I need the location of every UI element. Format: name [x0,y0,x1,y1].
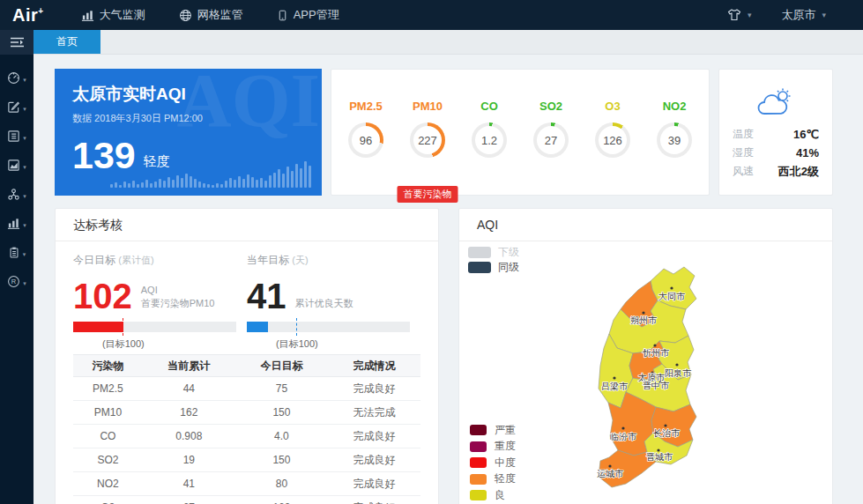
city-label: 阳泉市 [665,368,692,378]
year-goal-target: (目标100) [276,337,420,351]
province-map[interactable]: 大同市朔州市忻州市吕梁市太原市阳泉市晋中市临汾市长治市晋城市运城市 [573,264,707,500]
year-goal-progress [247,322,410,332]
chevron-down-icon: ▾ [23,77,26,84]
sidebar-item-list[interactable]: ▾ [0,123,33,152]
chevron-down-icon: ▾ [23,106,26,113]
assessment-card: 达标考核 今日目标 (累计值) 102 AQI首要污染物PM10 [55,208,439,504]
sidebar-item-registered[interactable]: R▾ [0,269,33,298]
list-icon [7,130,20,146]
pollutant-target-table: 污染物当前累计今日目标完成情况 PM2.54475完成良好PM10162150无… [73,354,420,504]
chevron-down-icon: ▾ [23,222,26,229]
city-dot [608,464,611,467]
chevron-down-icon: ▾ [23,193,26,200]
sidebar-item-clipboard[interactable]: ▾ [0,240,33,269]
aqi-color-legend: 严重重度中度轻度良优 [470,422,516,504]
gauge-PM2.5: PM2.596 [339,100,393,195]
today-goal-sub: AQI首要污染物PM10 [141,284,215,311]
sidebar-item-bar-chart[interactable]: ▾ [0,211,33,240]
gauge-value: 227 [413,126,442,154]
table-row: PM10162150无法完成 [73,401,420,425]
share-icon [7,188,20,204]
city-dot [642,311,644,314]
realtime-aqi-title: 太原市实时AQI [72,83,304,106]
gauge-label: O3 [585,100,640,113]
svg-text:R: R [11,278,17,285]
legend-item: 中度 [470,455,516,471]
city-dot [664,424,666,426]
map-level-button-lower[interactable]: 下级 [468,245,519,259]
city-selector-label: 太原市 [781,7,815,23]
gauge-value: 96 [352,126,380,154]
gauge-label: CO [462,100,517,113]
sidebar-collapse-button[interactable] [0,30,33,55]
map-level-button-same[interactable]: 同级 [468,260,519,274]
today-goal-value: 102 [73,281,132,311]
left-sidebar: ▾▾▾▾▾▾▾R▾ [0,30,33,504]
mobile-icon [277,9,288,22]
city-label: 晋中市 [643,381,670,390]
city-dot [621,426,624,429]
primary-pollutant-badge: 首要污染物 [398,186,458,203]
city-selector[interactable]: 太原市 ▾ [781,7,826,23]
gauge-ring: 39 [657,122,692,158]
city-dot [653,344,656,346]
navbar-right: ▾ 太原市 ▾ [727,7,863,23]
table-row: SO219150完成良好 [73,448,420,472]
gauge-O3: O3126 [585,100,640,195]
sidebar-item-area-chart[interactable]: ▾ [0,152,33,182]
legend-item: 重度 [470,439,516,456]
sidebar-item-share[interactable]: ▾ [0,182,33,211]
gauge-value: 1.2 [475,126,503,154]
sidebar-item-edit[interactable]: ▾ [0,94,33,123]
gauge-label: PM2.5 [339,100,393,113]
tab-home[interactable]: 首页 [33,30,100,54]
aqi-map-card: AQI 下级同级 大同市朔州市忻州市吕梁市太原市阳泉市晋中市临汾市长治市晋城市运… [458,208,833,504]
bar-chart-icon [7,217,20,233]
table-header: 今日目标 [235,355,328,377]
city-dot [613,376,615,379]
globe-icon [179,9,192,22]
realtime-aqi-date: 数据 2018年3月30日 PM12:00 [72,112,304,125]
weather-card: 温度16℃湿度41%风速西北2级 [718,69,833,196]
gauge-CO: CO1.2 [462,100,517,195]
city-label: 大同市 [658,292,686,301]
gauge-ring: 1.2 [472,122,507,158]
tshirt-icon [727,8,741,22]
area-chart-icon [7,159,20,175]
sidebar-item-dashboard[interactable]: ▾ [0,65,33,94]
weather-row: 湿度41% [733,144,819,162]
table-header: 完成情况 [328,355,420,377]
nav-menu-globe[interactable]: 网格监管 [179,7,243,23]
gauge-ring: 27 [533,122,569,158]
chevron-down-icon: ▾ [23,280,26,287]
gauge-ring: 126 [595,122,630,158]
gauge-label: NO2 [647,100,702,113]
city-dot [675,363,678,366]
table-header: 当前累计 [143,355,235,377]
nav-menu-bar-chart[interactable]: 大气监测 [81,7,145,23]
table-header: 污染物 [73,355,143,377]
table-row: NO24180完成良好 [73,472,420,496]
gauge-label: PM10 [400,100,455,113]
skin-switcher[interactable]: ▾ [727,8,752,22]
gauge-label: SO2 [524,100,578,113]
navbar-menu: 大气监测网格监管APP管理 [81,7,373,23]
map-level-toggle: 下级同级 [468,245,519,275]
gauge-NO2: NO239 [647,100,702,195]
aqi-map-card-title: AQI [459,209,832,241]
year-goal-sub: 累计优良天数 [295,297,353,311]
city-label: 朔州市 [630,315,658,325]
legend-item: 严重 [470,422,516,439]
edit-icon [7,100,20,117]
aqi-watermark: AQI [177,69,320,145]
chevron-down-icon: ▾ [23,135,26,142]
city-label: 晋城市 [646,452,673,462]
today-goal-target: (目标100) [102,337,247,351]
chevron-down-icon: ▾ [23,251,26,258]
today-goal-label: 今日目标 [73,254,115,266]
assessment-card-title: 达标考核 [56,209,438,241]
weather-row: 风速西北2级 [733,162,819,181]
nav-menu-mobile[interactable]: APP管理 [277,7,339,23]
dashboard-content: AQI 太原市实时AQI 数据 2018年3月30日 PM12:00 139 轻… [33,55,863,504]
city-label: 长治市 [653,428,681,438]
